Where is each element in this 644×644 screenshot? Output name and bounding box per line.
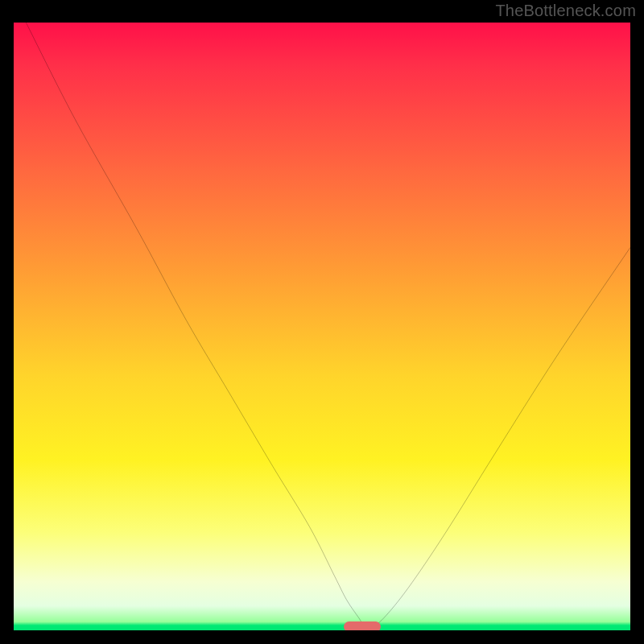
chart-frame: TheBottleneck.com xyxy=(0,0,644,644)
watermark-label: TheBottleneck.com xyxy=(495,2,636,20)
bottleneck-curve xyxy=(14,23,630,630)
minimum-marker xyxy=(344,621,381,630)
plot-area xyxy=(14,23,630,630)
curve-path xyxy=(26,23,630,629)
